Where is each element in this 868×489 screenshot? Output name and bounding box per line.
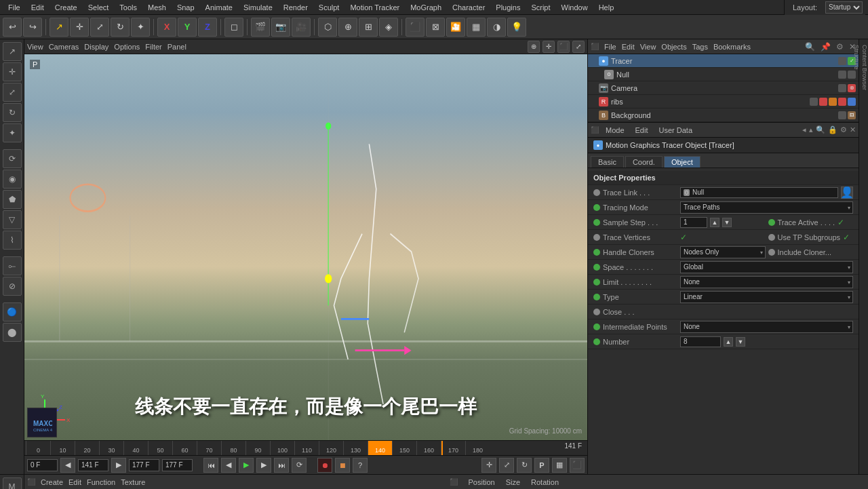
redo-button[interactable]: ↪ <box>23 18 42 37</box>
menu-create[interactable]: Create <box>50 3 83 12</box>
trace-vertices-check[interactable]: ✓ <box>680 233 687 242</box>
menu-mograph[interactable]: MoGraph <box>405 3 447 12</box>
obj-objects-menu[interactable]: Objects <box>661 43 686 51</box>
select-tool[interactable]: ↗ <box>50 18 68 37</box>
vp-panel-menu[interactable]: Panel <box>167 43 186 51</box>
clone-tool[interactable]: ⊞ <box>359 18 378 37</box>
floor-grid[interactable]: ▦ <box>467 18 486 37</box>
space-select[interactable]: Global <box>680 261 853 273</box>
object-item-ribs[interactable]: R ribs <box>588 95 859 109</box>
type-dropdown[interactable]: Linear ▾ <box>680 291 853 303</box>
bg-visibility[interactable] <box>838 111 846 119</box>
menu-snap[interactable]: Snap <box>172 3 200 12</box>
menu-window[interactable]: Window <box>556 3 593 12</box>
number-up[interactable]: ▲ <box>724 337 733 347</box>
object-item-tracer[interactable]: ● Tracer ✓ <box>588 54 859 68</box>
deform-tool[interactable]: ◈ <box>379 18 398 37</box>
display-mode[interactable]: ◑ <box>487 18 506 37</box>
scale-tool[interactable]: ⤢ <box>90 18 109 37</box>
tool-8[interactable]: ⬟ <box>3 190 22 209</box>
vp-icon-2[interactable]: ✛ <box>542 41 555 53</box>
sample-step-input[interactable] <box>680 217 707 228</box>
tool-12[interactable]: ⊘ <box>3 277 22 296</box>
mat-create-menu[interactable]: Create <box>41 478 63 486</box>
viewport-3d[interactable]: P X Y Z Grid Spacing: 10000 cm 线条不要一直存在，… <box>24 54 587 440</box>
tracer-visibility[interactable] <box>838 57 846 65</box>
stop-button[interactable]: ⏹ <box>335 458 350 473</box>
end-frame-field-2[interactable] <box>162 459 193 471</box>
limit-select[interactable]: None <box>680 276 853 288</box>
timeline-ruler[interactable]: 0 10 20 30 40 50 60 70 80 90 100 110 120… <box>24 440 587 455</box>
ribs-visibility[interactable] <box>810 98 818 106</box>
ribs-d3[interactable] <box>838 98 846 106</box>
number-down[interactable]: ▼ <box>736 337 745 347</box>
y-axis[interactable]: Y <box>178 18 197 37</box>
tool-10[interactable]: ⌇ <box>3 231 22 250</box>
structure-label[interactable]: Structure <box>853 42 860 471</box>
current-frame-field[interactable] <box>78 459 108 471</box>
vp-icon-1[interactable]: ⊕ <box>528 41 540 53</box>
null-visibility[interactable] <box>838 71 846 79</box>
tool-11[interactable]: ⟜ <box>3 256 22 275</box>
object-item-null[interactable]: 0 Null <box>588 68 859 81</box>
camera-visibility[interactable] <box>838 84 846 92</box>
rotate-transport[interactable]: ↻ <box>517 458 532 473</box>
tool-7[interactable]: ◉ <box>3 170 22 189</box>
object-item-background[interactable]: B Background 🖼 <box>588 109 859 122</box>
layout-dropdown-select[interactable]: Startup <box>825 1 863 14</box>
obj-edit-menu[interactable]: Edit <box>622 43 635 51</box>
limit-dropdown[interactable]: None ▾ <box>680 276 853 288</box>
render-active[interactable]: 🎥 <box>292 18 311 37</box>
object-item-camera[interactable]: 📷 Camera ⊗ <box>588 81 859 95</box>
x-axis[interactable]: X <box>157 18 176 37</box>
scale-transport[interactable]: ⤢ <box>499 458 514 473</box>
go-start-button[interactable]: ⏮ <box>203 458 218 473</box>
perspective[interactable]: ⊠ <box>426 18 445 37</box>
3d-view[interactable]: ⬛ <box>406 18 425 37</box>
grid-tool[interactable]: ⬡ <box>318 18 337 37</box>
menu-render[interactable]: Render <box>278 3 313 12</box>
menu-script[interactable]: Script <box>526 3 555 12</box>
vp-cameras-menu[interactable]: Cameras <box>49 43 79 51</box>
props-mode-tab[interactable]: Mode <box>601 126 629 134</box>
obj-tags-menu[interactable]: Tags <box>692 43 708 51</box>
sample-step-up[interactable]: ▲ <box>710 218 719 227</box>
mat-edit-menu[interactable]: Edit <box>68 478 81 486</box>
mat-texture-menu[interactable]: Texture <box>121 478 145 486</box>
motion-button[interactable]: ? <box>353 458 368 473</box>
vp-filter-menu[interactable]: Filter <box>145 43 161 51</box>
intermediate-dropdown[interactable]: None ▾ <box>680 321 853 333</box>
tab-object[interactable]: Object <box>664 156 701 168</box>
props-search-icon[interactable]: 🔍 <box>816 125 825 134</box>
layout-selector[interactable]: Layout: Startup <box>784 0 865 15</box>
props-lock-icon[interactable]: 🔒 <box>828 125 837 134</box>
tracing-mode-select[interactable]: Trace Paths <box>680 201 853 214</box>
use-tp-check[interactable]: ✓ <box>843 233 850 242</box>
space-dropdown[interactable]: Global ▾ <box>680 261 853 273</box>
handle-cloners-dropdown[interactable]: Nodes Only ▾ <box>680 246 766 258</box>
tab-basic[interactable]: Basic <box>591 156 624 168</box>
z-axis[interactable]: Z <box>198 18 217 37</box>
tool-2[interactable]: ✛ <box>3 62 22 81</box>
props-userdata-tab[interactable]: User Data <box>655 126 697 134</box>
props-edit-tab[interactable]: Edit <box>631 126 652 134</box>
move-tool[interactable]: ✛ <box>70 18 89 37</box>
tool-13[interactable]: 🔵 <box>3 302 22 321</box>
obj-settings-icon[interactable]: ⚙ <box>836 42 844 52</box>
props-back-icon[interactable]: ◂ <box>802 125 806 134</box>
end-frame-field[interactable] <box>129 459 159 471</box>
step-back-button[interactable]: ◀ <box>221 458 236 473</box>
props-settings-icon2[interactable]: ⚙ <box>840 125 847 134</box>
move-transport[interactable]: ✛ <box>481 458 496 473</box>
vp-maximize[interactable]: ⤢ <box>572 41 585 53</box>
vp-icon-3[interactable]: ⬛ <box>557 41 570 53</box>
intermediate-select[interactable]: None <box>680 321 853 333</box>
p-button[interactable]: P <box>534 458 549 473</box>
snap-tool[interactable]: ⊕ <box>338 18 357 37</box>
camera-view[interactable]: 🎦 <box>446 18 465 37</box>
obj-search-icon[interactable]: 🔍 <box>805 42 815 52</box>
tab-coord[interactable]: Coord. <box>625 156 663 168</box>
menu-sculpt[interactable]: Sculpt <box>313 3 345 12</box>
camera-transport[interactable]: ⬛ <box>570 458 585 473</box>
record-button[interactable]: ⏺ <box>317 458 332 473</box>
